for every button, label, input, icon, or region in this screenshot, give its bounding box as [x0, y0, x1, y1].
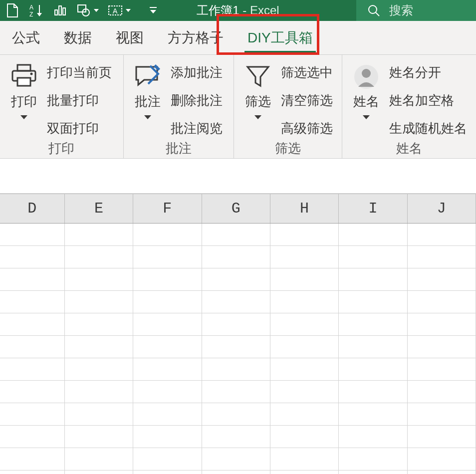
print-current-page[interactable]: 打印当前页	[47, 61, 112, 84]
sort-icon[interactable]: A Z	[29, 3, 44, 18]
tab-fangfang[interactable]: 方方格子	[156, 21, 236, 54]
cell[interactable]	[65, 291, 133, 313]
cell[interactable]	[408, 246, 476, 268]
cell[interactable]	[408, 358, 476, 380]
cell[interactable]	[408, 291, 476, 313]
cell[interactable]	[202, 448, 270, 470]
cell[interactable]	[202, 426, 270, 448]
tab-view[interactable]: 视图	[104, 21, 156, 54]
cell[interactable]	[339, 448, 407, 470]
cell[interactable]	[65, 471, 133, 474]
cell[interactable]	[270, 381, 339, 403]
cell[interactable]	[408, 381, 476, 403]
cell[interactable]	[270, 403, 339, 425]
tab-formulas[interactable]: 公式	[0, 21, 52, 54]
cell[interactable]	[0, 224, 65, 245]
cell[interactable]	[133, 224, 202, 245]
comment-button[interactable]: 批注	[128, 60, 168, 119]
cell[interactable]	[133, 358, 202, 380]
clear-filter[interactable]: 清空筛选	[281, 89, 333, 112]
cell[interactable]	[65, 224, 133, 245]
cell[interactable]	[133, 448, 202, 470]
cell[interactable]	[202, 291, 270, 313]
shape-dropdown[interactable]	[77, 4, 99, 17]
cell[interactable]	[0, 246, 65, 268]
cell[interactable]	[202, 358, 270, 380]
cell[interactable]	[408, 336, 476, 358]
cell[interactable]	[0, 381, 65, 403]
cell[interactable]	[65, 336, 133, 358]
cell[interactable]	[408, 426, 476, 448]
cell[interactable]	[0, 358, 65, 380]
cell[interactable]	[408, 224, 476, 245]
cell[interactable]	[339, 224, 407, 245]
cell[interactable]	[270, 313, 339, 335]
cell[interactable]	[202, 268, 270, 290]
cell[interactable]	[270, 336, 339, 358]
cell[interactable]	[202, 336, 270, 358]
textbox-dropdown[interactable]: A	[108, 4, 131, 17]
cell[interactable]	[65, 426, 133, 448]
cell[interactable]	[339, 336, 407, 358]
cell[interactable]	[202, 381, 270, 403]
cell[interactable]	[65, 448, 133, 470]
cell[interactable]	[133, 471, 202, 474]
cell[interactable]	[65, 313, 133, 335]
cell[interactable]	[0, 448, 65, 470]
generate-random-name[interactable]: 生成随机姓名	[389, 117, 467, 140]
cell[interactable]	[0, 291, 65, 313]
cell[interactable]	[133, 381, 202, 403]
cell[interactable]	[133, 246, 202, 268]
split-name[interactable]: 姓名分开	[389, 61, 467, 84]
cell[interactable]	[65, 246, 133, 268]
cell[interactable]	[270, 426, 339, 448]
cell[interactable]	[0, 403, 65, 425]
col-header-d[interactable]: D	[0, 194, 65, 223]
tab-data[interactable]: 数据	[52, 21, 104, 54]
cell[interactable]	[202, 246, 270, 268]
col-header-j[interactable]: J	[408, 194, 476, 223]
new-file-icon[interactable]	[5, 3, 20, 18]
chart-icon[interactable]	[53, 3, 68, 18]
cell[interactable]	[202, 471, 270, 474]
duplex-print[interactable]: 双面打印	[47, 117, 112, 140]
col-header-e[interactable]: E	[65, 194, 133, 223]
cell[interactable]	[0, 313, 65, 335]
cell[interactable]	[133, 426, 202, 448]
cell[interactable]	[202, 313, 270, 335]
cell[interactable]	[0, 426, 65, 448]
filter-selected[interactable]: 筛选选中	[281, 61, 333, 84]
cell[interactable]	[270, 448, 339, 470]
cell[interactable]	[270, 358, 339, 380]
cell[interactable]	[0, 268, 65, 290]
cell[interactable]	[339, 313, 407, 335]
filter-button[interactable]: 筛选	[238, 60, 278, 119]
search-input[interactable]: 搜索	[356, 0, 476, 21]
cell[interactable]	[0, 471, 65, 474]
tab-diy-toolbox[interactable]: DIY工具箱	[236, 21, 325, 54]
cell[interactable]	[133, 403, 202, 425]
cell[interactable]	[339, 291, 407, 313]
col-header-i[interactable]: I	[339, 194, 407, 223]
delete-comment[interactable]: 删除批注	[171, 89, 223, 112]
cell[interactable]	[133, 313, 202, 335]
cell[interactable]	[339, 426, 407, 448]
cell[interactable]	[270, 471, 339, 474]
cell[interactable]	[270, 268, 339, 290]
cell[interactable]	[202, 224, 270, 245]
cell[interactable]	[133, 336, 202, 358]
cell[interactable]	[65, 268, 133, 290]
cell[interactable]	[408, 448, 476, 470]
cell[interactable]	[202, 403, 270, 425]
col-header-h[interactable]: H	[270, 194, 339, 223]
cell[interactable]	[408, 403, 476, 425]
cell[interactable]	[339, 246, 407, 268]
cell[interactable]	[339, 381, 407, 403]
cell[interactable]	[408, 313, 476, 335]
print-button[interactable]: 打印	[4, 60, 44, 119]
cell[interactable]	[133, 268, 202, 290]
col-header-g[interactable]: G	[202, 194, 270, 223]
cell[interactable]	[0, 336, 65, 358]
customize-qat-icon[interactable]	[146, 3, 161, 18]
cell[interactable]	[270, 291, 339, 313]
